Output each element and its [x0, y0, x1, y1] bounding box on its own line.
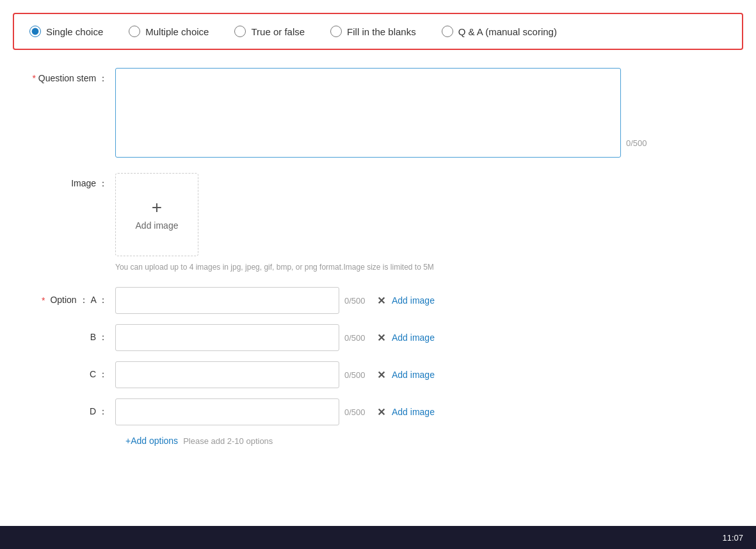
- question-stem-required-star: *: [32, 73, 35, 83]
- option-d-char-count: 0/500: [344, 407, 373, 417]
- option-c-input[interactable]: [115, 361, 339, 388]
- radio-true-false[interactable]: True or false: [234, 26, 305, 37]
- taskbar-time: 11:07: [722, 533, 743, 543]
- radio-single-choice-input[interactable]: [29, 26, 41, 37]
- question-stem-input[interactable]: [115, 68, 621, 158]
- radio-single-choice[interactable]: Single choice: [29, 26, 103, 37]
- radio-fill-blanks-input[interactable]: [330, 26, 342, 37]
- option-a-char-count: 0/500: [344, 296, 373, 306]
- option-a-add-image-button[interactable]: Add image: [392, 295, 435, 306]
- options-field-label: Option ：: [50, 295, 88, 306]
- radio-multiple-choice-label: Multiple choice: [145, 26, 209, 37]
- question-type-bar: Single choice Multiple choice True or fa…: [13, 13, 743, 50]
- image-label-text: Image ：: [71, 178, 108, 188]
- option-d-input[interactable]: [115, 398, 339, 425]
- plus-icon: +: [152, 199, 162, 217]
- option-row-b: B ： 0/500 ✕ Add image: [26, 324, 743, 351]
- radio-fill-blanks-label: Fill in the blanks: [347, 26, 416, 37]
- add-options-hint: Please add 2-10 options: [183, 436, 273, 446]
- option-c-delete-button[interactable]: ✕: [377, 369, 385, 381]
- option-d-delete-button[interactable]: ✕: [377, 406, 385, 418]
- option-required-star: *: [42, 295, 45, 306]
- radio-single-choice-label: Single choice: [46, 26, 103, 37]
- taskbar: 11:07: [0, 526, 756, 549]
- option-a-label: A ：: [91, 295, 108, 306]
- page-container: Single choice Multiple choice True or fa…: [0, 0, 756, 549]
- radio-qa-input[interactable]: [442, 26, 453, 37]
- option-label-wrap-b: B ：: [26, 332, 115, 343]
- option-b-input[interactable]: [115, 324, 339, 351]
- option-c-add-image-button[interactable]: Add image: [392, 370, 435, 380]
- options-section: * Option ： A ： 0/500 ✕ Add image B ： 0/5…: [13, 287, 743, 446]
- add-options-button[interactable]: +Add options: [125, 436, 178, 446]
- radio-multiple-choice-input[interactable]: [129, 26, 140, 37]
- radio-fill-blanks[interactable]: Fill in the blanks: [330, 26, 416, 37]
- option-b-label: B ：: [90, 332, 108, 342]
- radio-true-false-label: True or false: [251, 26, 305, 37]
- option-label-wrap-a: * Option ： A ：: [26, 295, 115, 306]
- image-upload-box[interactable]: + Add image: [115, 173, 198, 256]
- option-c-char-count: 0/500: [344, 370, 373, 380]
- option-b-delete-button[interactable]: ✕: [377, 332, 385, 344]
- option-a-input[interactable]: [115, 287, 339, 314]
- question-stem-char-count: 0/500: [626, 68, 647, 148]
- question-stem-label: *Question stem ：: [26, 68, 115, 85]
- option-row-c: C ： 0/500 ✕ Add image: [26, 361, 743, 388]
- option-a-delete-button[interactable]: ✕: [377, 295, 385, 307]
- radio-true-false-input[interactable]: [234, 26, 246, 37]
- option-d-add-image-button[interactable]: Add image: [392, 407, 435, 417]
- option-row-d: D ： 0/500 ✕ Add image: [26, 398, 743, 425]
- add-image-label: Add image: [136, 220, 179, 231]
- option-b-char-count: 0/500: [344, 333, 373, 343]
- option-row-a: * Option ： A ： 0/500 ✕ Add image: [26, 287, 743, 314]
- add-options-row: +Add options Please add 2-10 options: [26, 436, 743, 446]
- image-hint-text: You can upload up to 4 images in jpg, jp…: [115, 263, 434, 272]
- radio-qa-label: Q & A (manual scoring): [458, 26, 557, 37]
- image-row: Image ： + Add image You can upload up to…: [13, 173, 743, 272]
- question-stem-row: *Question stem ： 0/500: [13, 68, 743, 158]
- option-d-label: D ：: [90, 406, 108, 416]
- radio-qa[interactable]: Q & A (manual scoring): [442, 26, 557, 37]
- radio-multiple-choice[interactable]: Multiple choice: [129, 26, 209, 37]
- option-b-add-image-button[interactable]: Add image: [392, 332, 435, 343]
- option-label-wrap-d: D ：: [26, 406, 115, 418]
- question-stem-label-text: Question stem ：: [38, 73, 108, 83]
- option-label-wrap-c: C ：: [26, 369, 115, 381]
- option-c-label: C ：: [90, 369, 108, 379]
- image-label: Image ：: [26, 173, 115, 190]
